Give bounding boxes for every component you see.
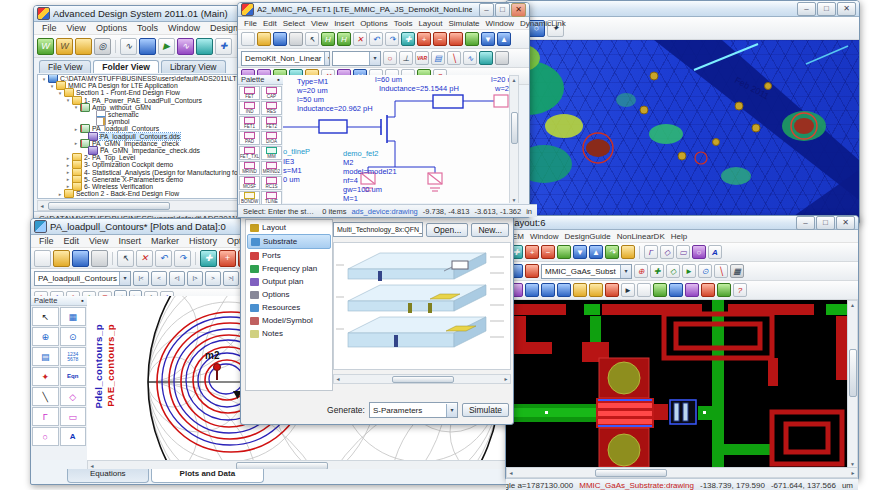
palette-pointer[interactable]: ↖ <box>32 307 59 326</box>
designkit-icon[interactable] <box>479 51 493 65</box>
cross-icon[interactable] <box>589 283 603 297</box>
component-combo[interactable]: ▾ <box>332 51 381 66</box>
tab-plots-and-data[interactable]: Plots and Data <box>151 469 265 483</box>
print-icon[interactable] <box>91 250 108 267</box>
snap-pin-icon[interactable]: ✚ <box>650 264 664 278</box>
palette-polar-plot[interactable]: ⊙ <box>60 327 87 346</box>
palette-fet-txl[interactable]: FET_TXL <box>239 146 260 160</box>
dialog-hscrollbar[interactable]: ◄ ► <box>333 374 511 384</box>
palette-text[interactable]: A <box>60 427 87 446</box>
zoom-fit-icon[interactable] <box>557 245 571 259</box>
save-icon[interactable] <box>273 32 287 46</box>
layout-hscrollbar[interactable]: ◄ ► <box>506 467 858 478</box>
wire-name-icon[interactable]: ∿ <box>463 51 477 65</box>
tab-file-view[interactable]: File View <box>39 60 91 73</box>
zoom-in-icon[interactable]: + <box>417 32 431 46</box>
delete-icon[interactable]: ✕ <box>353 32 367 46</box>
undo-icon[interactable]: ↶ <box>155 250 172 267</box>
palette-table[interactable]: ▦ <box>60 307 87 326</box>
new-schematic-icon[interactable]: ∿ <box>120 38 137 55</box>
nav-layout[interactable]: Layout <box>247 221 331 234</box>
redo-icon[interactable]: ↷ <box>385 32 399 46</box>
open-button[interactable]: Open... <box>426 223 468 237</box>
maximize-button[interactable]: □ <box>817 2 836 16</box>
palette-smith-plot[interactable]: ⊕ <box>32 327 59 346</box>
substrate-combo[interactable]: Multi_Technology_8x:QFN_MT_FEM▾ <box>333 222 423 237</box>
palette-ind[interactable]: IND <box>239 101 260 115</box>
push-into-icon[interactable]: ▼ <box>481 32 495 46</box>
text-tool-icon[interactable]: A <box>708 245 722 259</box>
substrate-editor-icon[interactable] <box>196 38 213 55</box>
find-icon[interactable] <box>669 283 683 297</box>
schematic-titlebar[interactable]: A2_MMIC_PA_FET1 [LTE_MMIC_PA_JS_DemoKit_… <box>238 3 529 17</box>
palette-pad[interactable]: PAD <box>239 131 260 145</box>
drc-icon[interactable] <box>653 283 667 297</box>
palette-rc1s[interactable]: RC1S <box>261 176 282 190</box>
nav-ports[interactable]: Ports <box>247 249 331 262</box>
pan-icon[interactable]: ✚ <box>401 32 415 46</box>
layout-vscrollbar[interactable]: ▲ ▼ <box>847 300 858 467</box>
pop-out-icon[interactable]: ▲ <box>589 245 603 259</box>
last-page-button[interactable]: >| <box>223 271 239 286</box>
minimize-button[interactable]: – <box>479 3 494 17</box>
menu-file[interactable]: File <box>241 19 260 28</box>
wire-label-icon[interactable]: H <box>337 32 351 46</box>
menu-layout[interactable]: Layout <box>415 19 445 28</box>
pin-icon[interactable]: ► <box>621 283 635 297</box>
palette-antenna[interactable]: ✦ <box>32 367 59 386</box>
new-button[interactable]: New... <box>471 223 509 237</box>
prev-end-button[interactable]: <| <box>169 271 185 286</box>
layout-canvas[interactable]: ▲ ▼ <box>506 300 858 467</box>
tab-equations[interactable]: Equations <box>67 469 149 483</box>
prev-page-button[interactable]: < <box>151 271 167 286</box>
palette-rectangle[interactable]: ▭ <box>60 407 87 426</box>
tab-library-view[interactable]: Library View <box>161 60 226 73</box>
open-icon[interactable] <box>53 250 70 267</box>
zoom-in-icon[interactable]: + <box>525 245 539 259</box>
pop-out-icon[interactable]: ▲ <box>497 32 511 46</box>
zoom-in-icon[interactable]: + <box>219 250 236 267</box>
minimize-button[interactable]: – <box>796 216 815 230</box>
hist-icon[interactable]: ▤ <box>431 51 445 65</box>
gear-icon[interactable] <box>495 51 509 65</box>
via2-icon[interactable] <box>541 283 555 297</box>
snap-angle-icon[interactable]: ╲ <box>714 264 728 278</box>
menu-window[interactable]: Window <box>527 232 561 241</box>
search-icon[interactable]: ◎ <box>94 38 111 55</box>
run-simulation-icon[interactable]: ▶ <box>158 38 175 55</box>
palette-rect-plot[interactable]: ▤ <box>32 347 59 366</box>
snap-edge-icon[interactable]: ► <box>682 264 696 278</box>
snap-vertex-icon[interactable]: ◇ <box>666 264 680 278</box>
mirror-icon[interactable] <box>621 245 635 259</box>
nav-substrate[interactable]: Substrate <box>247 234 331 249</box>
palette-cap[interactable]: CAP <box>261 86 282 100</box>
palette-arrow[interactable]: ◇ <box>60 387 87 406</box>
wire-icon[interactable]: H <box>321 32 335 46</box>
print-icon[interactable] <box>289 32 303 46</box>
var-icon[interactable]: VAR <box>415 51 429 65</box>
menu-designguide[interactable]: DesignGuide <box>561 232 613 241</box>
menu-insert[interactable]: Insert <box>113 236 146 246</box>
new-layout-icon[interactable] <box>139 38 156 55</box>
open-icon[interactable] <box>257 32 271 46</box>
save-icon[interactable] <box>72 250 89 267</box>
menu-history[interactable]: History <box>184 236 222 246</box>
generate-combo[interactable]: S-Parameters▾ <box>369 402 458 418</box>
menu-window[interactable]: Window <box>483 19 517 28</box>
menu-select[interactable]: Select <box>280 19 308 28</box>
undo-icon[interactable]: ↶ <box>369 32 383 46</box>
menu-insert[interactable]: Insert <box>331 19 357 28</box>
redo-icon[interactable]: ↷ <box>174 250 191 267</box>
circle-tool-icon[interactable]: ○ <box>692 245 706 259</box>
open-workspace-icon[interactable]: W <box>56 38 73 55</box>
nav-resources[interactable]: Resources <box>247 301 331 314</box>
grid-settings-icon[interactable]: ▦ <box>730 264 744 278</box>
em-setup-icon[interactable]: ✚ <box>215 38 232 55</box>
zoom-out-icon[interactable]: − <box>433 32 447 46</box>
em-sim-icon[interactable] <box>685 283 699 297</box>
menu-tools[interactable]: Tools <box>391 19 416 28</box>
close-button[interactable]: ✕ <box>836 216 855 230</box>
archive-workspace-icon[interactable] <box>75 38 92 55</box>
pointer-icon[interactable]: ↖ <box>117 250 134 267</box>
menu-marker[interactable]: Marker <box>146 236 184 246</box>
